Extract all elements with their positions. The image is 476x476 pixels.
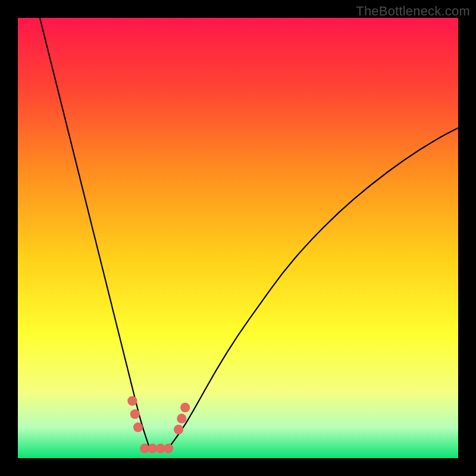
plot-area: [18, 18, 458, 458]
data-marker: [127, 396, 137, 406]
data-marker: [177, 414, 186, 423]
data-marker: [130, 409, 140, 419]
data-marker: [174, 425, 183, 434]
watermark-text: TheBottleneck.com: [356, 4, 470, 19]
data-marker: [164, 444, 173, 453]
gradient-background: [18, 18, 458, 458]
bottleneck-chart: [18, 18, 458, 458]
chart-frame: TheBottleneck.com: [0, 0, 476, 476]
data-marker: [180, 403, 190, 412]
data-marker: [133, 422, 143, 432]
